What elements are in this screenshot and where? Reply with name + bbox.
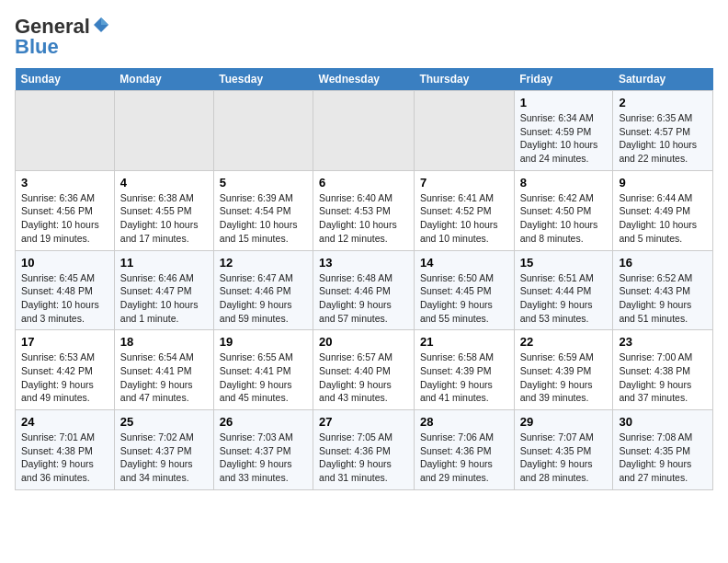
svg-marker-1 [101,17,108,25]
day-info: Sunrise: 6:39 AM Sunset: 4:54 PM Dayligh… [220,191,307,246]
calendar-cell: 29Sunrise: 7:07 AM Sunset: 4:35 PM Dayli… [514,410,613,490]
day-info: Sunrise: 7:02 AM Sunset: 4:37 PM Dayligh… [120,431,208,485]
day-info: Sunrise: 6:35 AM Sunset: 4:57 PM Dayligh… [619,111,707,166]
day-info: Sunrise: 6:51 AM Sunset: 4:44 PM Dayligh… [520,271,608,326]
day-number: 14 [420,256,508,270]
day-info: Sunrise: 7:01 AM Sunset: 4:38 PM Dayligh… [21,431,108,485]
calendar-cell [213,91,313,171]
calendar-cell [16,91,115,171]
day-info: Sunrise: 7:08 AM Sunset: 4:35 PM Dayligh… [619,431,707,485]
day-number: 3 [21,176,108,190]
day-info: Sunrise: 6:36 AM Sunset: 4:56 PM Dayligh… [21,191,108,246]
logo-blue-text: Blue [15,35,59,59]
calendar-cell: 28Sunrise: 7:06 AM Sunset: 4:36 PM Dayli… [414,410,514,490]
day-info: Sunrise: 6:59 AM Sunset: 4:39 PM Dayligh… [520,350,608,405]
col-header-wednesday: Wednesday [313,68,415,91]
day-info: Sunrise: 6:38 AM Sunset: 4:55 PM Dayligh… [120,191,208,246]
day-number: 15 [520,256,608,270]
day-number: 17 [21,335,108,349]
calendar-header-row: SundayMondayTuesdayWednesdayThursdayFrid… [16,68,713,91]
calendar-week-row: 10Sunrise: 6:45 AM Sunset: 4:48 PM Dayli… [16,250,713,330]
day-number: 1 [520,96,608,109]
calendar-cell: 27Sunrise: 7:05 AM Sunset: 4:36 PM Dayli… [313,410,415,490]
calendar-table: SundayMondayTuesdayWednesdayThursdayFrid… [15,68,713,490]
day-number: 18 [120,335,208,349]
day-info: Sunrise: 6:45 AM Sunset: 4:48 PM Dayligh… [21,271,108,326]
calendar-cell: 20Sunrise: 6:57 AM Sunset: 4:40 PM Dayli… [313,330,415,410]
calendar-cell [414,91,514,171]
calendar-cell: 23Sunrise: 7:00 AM Sunset: 4:38 PM Dayli… [613,330,713,410]
day-info: Sunrise: 7:05 AM Sunset: 4:36 PM Dayligh… [319,431,408,485]
day-info: Sunrise: 6:52 AM Sunset: 4:43 PM Dayligh… [619,271,707,326]
day-info: Sunrise: 6:42 AM Sunset: 4:50 PM Dayligh… [520,191,608,246]
logo: General Blue [15,15,110,59]
day-info: Sunrise: 6:55 AM Sunset: 4:41 PM Dayligh… [220,350,307,405]
calendar-week-row: 3Sunrise: 6:36 AM Sunset: 4:56 PM Daylig… [16,170,713,250]
calendar-cell: 17Sunrise: 6:53 AM Sunset: 4:42 PM Dayli… [16,330,115,410]
day-number: 2 [619,96,707,109]
calendar-cell: 5Sunrise: 6:39 AM Sunset: 4:54 PM Daylig… [213,170,313,250]
day-number: 24 [21,415,108,429]
day-number: 23 [619,335,707,349]
calendar-cell: 12Sunrise: 6:47 AM Sunset: 4:46 PM Dayli… [213,250,313,330]
calendar-cell: 9Sunrise: 6:44 AM Sunset: 4:49 PM Daylig… [613,170,713,250]
day-number: 6 [319,176,408,190]
day-info: Sunrise: 6:50 AM Sunset: 4:45 PM Dayligh… [420,271,508,326]
day-info: Sunrise: 7:00 AM Sunset: 4:38 PM Dayligh… [619,350,707,405]
calendar-cell: 1Sunrise: 6:34 AM Sunset: 4:59 PM Daylig… [514,91,613,171]
calendar-cell: 25Sunrise: 7:02 AM Sunset: 4:37 PM Dayli… [114,410,213,490]
day-number: 25 [120,415,208,429]
day-info: Sunrise: 6:54 AM Sunset: 4:41 PM Dayligh… [120,350,208,405]
day-info: Sunrise: 6:41 AM Sunset: 4:52 PM Dayligh… [420,191,508,246]
day-number: 7 [420,176,508,190]
day-number: 4 [120,176,208,190]
day-number: 20 [319,335,408,349]
day-number: 21 [420,335,508,349]
day-info: Sunrise: 6:34 AM Sunset: 4:59 PM Dayligh… [520,111,608,166]
col-header-friday: Friday [514,68,613,91]
day-info: Sunrise: 7:06 AM Sunset: 4:36 PM Dayligh… [420,431,508,485]
day-number: 30 [619,415,707,429]
calendar-cell [313,91,415,171]
calendar-cell: 22Sunrise: 6:59 AM Sunset: 4:39 PM Dayli… [514,330,613,410]
day-number: 10 [21,256,108,270]
day-number: 26 [220,415,307,429]
day-number: 16 [619,256,707,270]
day-number: 28 [420,415,508,429]
calendar-cell: 18Sunrise: 6:54 AM Sunset: 4:41 PM Dayli… [114,330,213,410]
calendar-cell: 13Sunrise: 6:48 AM Sunset: 4:46 PM Dayli… [313,250,415,330]
day-number: 27 [319,415,408,429]
calendar-cell: 4Sunrise: 6:38 AM Sunset: 4:55 PM Daylig… [114,170,213,250]
col-header-sunday: Sunday [16,68,115,91]
day-info: Sunrise: 6:46 AM Sunset: 4:47 PM Dayligh… [120,271,208,326]
day-number: 12 [220,256,307,270]
calendar-week-row: 17Sunrise: 6:53 AM Sunset: 4:42 PM Dayli… [16,330,713,410]
calendar-cell: 30Sunrise: 7:08 AM Sunset: 4:35 PM Dayli… [613,410,713,490]
calendar-cell: 26Sunrise: 7:03 AM Sunset: 4:37 PM Dayli… [213,410,313,490]
calendar-cell [114,91,213,171]
col-header-thursday: Thursday [414,68,514,91]
calendar-week-row: 1Sunrise: 6:34 AM Sunset: 4:59 PM Daylig… [16,91,713,171]
col-header-monday: Monday [114,68,213,91]
day-info: Sunrise: 6:44 AM Sunset: 4:49 PM Dayligh… [619,191,707,246]
day-info: Sunrise: 6:40 AM Sunset: 4:53 PM Dayligh… [319,191,408,246]
page-header: General Blue [15,15,713,59]
day-number: 11 [120,256,208,270]
calendar-cell: 6Sunrise: 6:40 AM Sunset: 4:53 PM Daylig… [313,170,415,250]
calendar-cell: 3Sunrise: 6:36 AM Sunset: 4:56 PM Daylig… [16,170,115,250]
day-number: 9 [619,176,707,190]
day-number: 29 [520,415,608,429]
calendar-cell: 15Sunrise: 6:51 AM Sunset: 4:44 PM Dayli… [514,250,613,330]
day-number: 22 [520,335,608,349]
calendar-cell: 16Sunrise: 6:52 AM Sunset: 4:43 PM Dayli… [613,250,713,330]
calendar-cell: 11Sunrise: 6:46 AM Sunset: 4:47 PM Dayli… [114,250,213,330]
day-number: 19 [220,335,307,349]
col-header-tuesday: Tuesday [213,68,313,91]
logo-icon [92,16,110,34]
calendar-week-row: 24Sunrise: 7:01 AM Sunset: 4:38 PM Dayli… [16,410,713,490]
day-info: Sunrise: 6:53 AM Sunset: 4:42 PM Dayligh… [21,350,108,405]
day-info: Sunrise: 6:48 AM Sunset: 4:46 PM Dayligh… [319,271,408,326]
calendar-cell: 10Sunrise: 6:45 AM Sunset: 4:48 PM Dayli… [16,250,115,330]
calendar-cell: 24Sunrise: 7:01 AM Sunset: 4:38 PM Dayli… [16,410,115,490]
day-info: Sunrise: 6:58 AM Sunset: 4:39 PM Dayligh… [420,350,508,405]
